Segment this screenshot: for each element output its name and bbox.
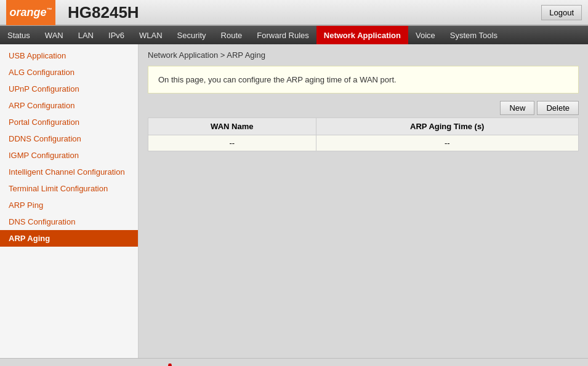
column-wan-name: WAN Name	[148, 118, 316, 135]
column-arp-aging-time: ARP Aging Time (s)	[316, 118, 578, 135]
svg-point-0	[168, 364, 172, 366]
breadcrumb-current: ARP Aging	[227, 50, 265, 60]
sidebar-item-terminal-limit[interactable]: Terminal Limit Configuration	[0, 180, 138, 197]
huawei-icon	[163, 364, 177, 366]
device-title: HG8245H	[62, 3, 541, 22]
nav-item-network-application[interactable]: Network Application	[316, 26, 408, 44]
breadcrumb: Network Application > ARP Aging	[148, 50, 579, 60]
logo-label: orange	[9, 6, 46, 18]
nav-item-forward-rules[interactable]: Forward Rules	[249, 26, 316, 44]
sidebar-item-upnp-configuration[interactable]: UPnP Configuration	[0, 81, 138, 97]
nav-item-security[interactable]: Security	[170, 26, 214, 44]
breadcrumb-parent: Network Application	[148, 50, 218, 60]
nav-bar: Status WAN LAN IPv6 WLAN Security Route …	[0, 26, 588, 44]
main-layout: USB Application ALG Configuration UPnP C…	[0, 44, 588, 358]
logo-text: orange™	[9, 6, 52, 19]
footer-logo	[163, 364, 177, 366]
nav-item-system-tools[interactable]: System Tools	[443, 26, 505, 44]
header: orange™ HG8245H Logout	[0, 0, 588, 26]
nav-item-ipv6[interactable]: IPv6	[101, 26, 132, 44]
cell-wan-name: --	[148, 135, 316, 151]
logo-box: orange™	[6, 0, 55, 25]
nav-item-route[interactable]: Route	[214, 26, 250, 44]
table-actions: New Delete	[148, 101, 579, 115]
sidebar: USB Application ALG Configuration UPnP C…	[0, 44, 139, 358]
logout-button[interactable]: Logout	[541, 5, 582, 20]
sidebar-item-ddns-configuration[interactable]: DDNS Configuration	[0, 130, 138, 147]
logo-tm: ™	[47, 7, 52, 13]
sidebar-item-arp-ping[interactable]: ARP Ping	[0, 197, 138, 213]
nav-item-voice[interactable]: Voice	[408, 26, 443, 44]
new-button[interactable]: New	[500, 101, 534, 115]
footer: Copyright © Huawei Technologies Co., Ltd…	[0, 358, 588, 366]
info-box: On this page, you can configure the ARP …	[148, 66, 579, 93]
sidebar-item-portal-configuration[interactable]: Portal Configuration	[0, 114, 138, 130]
cell-arp-aging-time: --	[316, 135, 578, 151]
nav-item-wan[interactable]: WAN	[38, 26, 71, 44]
sidebar-item-alg-configuration[interactable]: ALG Configuration	[0, 64, 138, 81]
sidebar-item-intelligent-channel[interactable]: Intelligent Channel Configuration	[0, 164, 138, 180]
table-row: -- --	[148, 135, 579, 151]
arp-aging-table: WAN Name ARP Aging Time (s) -- --	[148, 117, 579, 151]
table-header-row: WAN Name ARP Aging Time (s)	[148, 118, 579, 135]
sidebar-item-dns-configuration[interactable]: DNS Configuration	[0, 213, 138, 230]
sidebar-item-usb-application[interactable]: USB Application	[0, 47, 138, 64]
nav-item-lan[interactable]: LAN	[71, 26, 101, 44]
nav-item-status[interactable]: Status	[0, 26, 38, 44]
sidebar-item-igmp-configuration[interactable]: IGMP Configuration	[0, 147, 138, 164]
breadcrumb-separator: >	[218, 50, 227, 60]
sidebar-item-arp-configuration[interactable]: ARP Configuration	[0, 97, 138, 114]
delete-button[interactable]: Delete	[537, 101, 579, 115]
content-area: Network Application > ARP Aging On this …	[139, 44, 588, 358]
sidebar-item-arp-aging[interactable]: ARP Aging	[0, 230, 138, 247]
nav-item-wlan[interactable]: WLAN	[132, 26, 170, 44]
info-text: On this page, you can configure the ARP …	[158, 75, 397, 84]
